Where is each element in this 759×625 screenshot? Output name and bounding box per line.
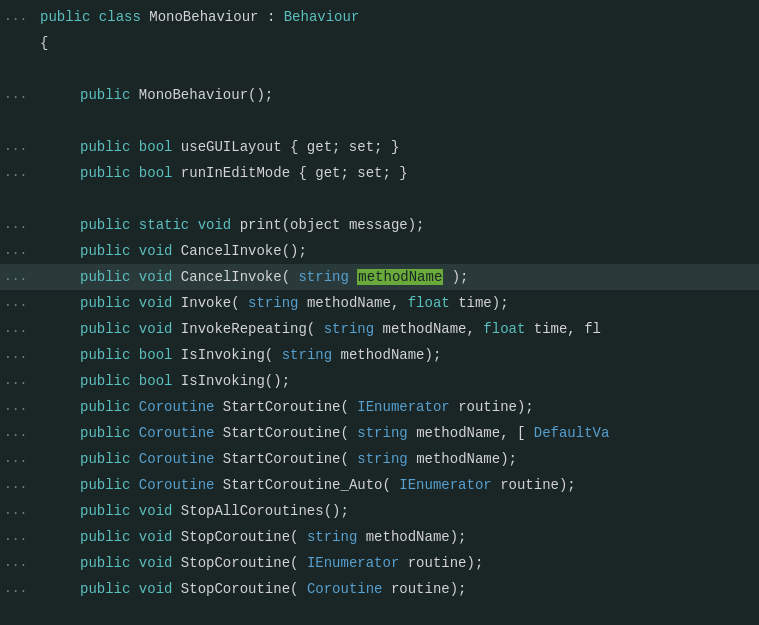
code-line-12: ... public void Invoke( string methodNam… [0,290,759,316]
code-line-19: ... public Coroutine StartCoroutine_Auto… [0,472,759,498]
line-dots-21: ... [0,524,36,550]
code-line-16: ... public Coroutine StartCoroutine( IEn… [0,394,759,420]
code-line-7: ... public bool runInEditMode { get; set… [0,160,759,186]
line-dots-9: ... [0,212,36,238]
parent-class-behaviour: Behaviour [284,9,360,25]
code-line-5 [0,108,759,134]
code-line-20: ... public void StopAllCoroutines(); [0,498,759,524]
line-dots-1: ... [0,4,36,30]
line-dots-16: ... [0,394,36,420]
line-dots-7: ... [0,160,36,186]
line-dots-23: ... [0,576,36,602]
code-line-24 [0,602,759,625]
code-line-17: ... public Coroutine StartCoroutine( str… [0,420,759,446]
class-name-monobehaviour: MonoBehaviour [149,9,258,25]
line-dots-10: ... [0,238,36,264]
line-dots-13: ... [0,316,36,342]
code-line-4: ... public MonoBehaviour(); [0,82,759,108]
code-line-10: ... public void CancelInvoke(); [0,238,759,264]
code-line-23: ... public void StopCoroutine( Coroutine… [0,576,759,602]
code-line-14: ... public bool IsInvoking( string metho… [0,342,759,368]
line-dots-22: ... [0,550,36,576]
keyword-public: public [40,9,90,25]
highlighted-param: methodName [357,269,443,285]
keyword-class: class [99,9,141,25]
code-container: ... public class MonoBehaviour : Behavio… [0,0,759,625]
line-dots-14: ... [0,342,36,368]
code-line-9: ... public static void print(object mess… [0,212,759,238]
code-line-6: ... public bool useGUILayout { get; set;… [0,134,759,160]
code-line-18: ... public Coroutine StartCoroutine( str… [0,446,759,472]
code-line-1: ... public class MonoBehaviour : Behavio… [0,4,759,30]
line-dots-18: ... [0,446,36,472]
code-line-21: ... public void StopCoroutine( string me… [0,524,759,550]
line-dots-6: ... [0,134,36,160]
line-dots-4: ... [0,82,36,108]
line-dots-11: ... [0,264,36,290]
code-line-2: { [0,30,759,56]
code-line-15: ... public bool IsInvoking(); [0,368,759,394]
line-dots-20: ... [0,498,36,524]
line-dots-12: ... [0,290,36,316]
line-dots-17: ... [0,420,36,446]
line-dots-15: ... [0,368,36,394]
code-line-11: ... public void CancelInvoke( string met… [0,264,759,290]
code-line-13: ... public void InvokeRepeating( string … [0,316,759,342]
line-dots-19: ... [0,472,36,498]
code-line-8 [0,186,759,212]
code-line-3 [0,56,759,82]
code-line-22: ... public void StopCoroutine( IEnumerat… [0,550,759,576]
